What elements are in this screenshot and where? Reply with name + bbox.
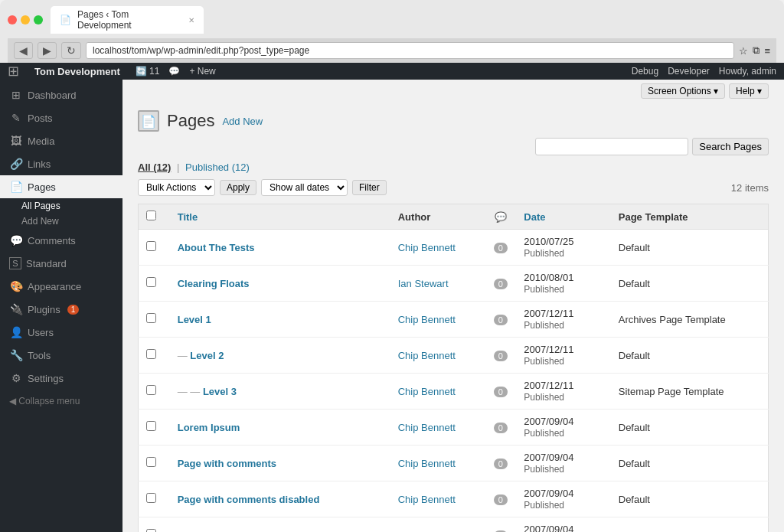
search-input[interactable] xyxy=(535,138,688,155)
sidebar-label-tools: Tools xyxy=(28,350,51,361)
address-bar[interactable] xyxy=(86,42,734,59)
sidebar-sub-add-new[interactable]: Add New xyxy=(0,214,122,229)
page-title-link[interactable]: Level 1 xyxy=(178,314,211,325)
help-button[interactable]: Help ▾ xyxy=(729,83,769,99)
comment-bubble[interactable]: 0 xyxy=(494,351,508,361)
adminbar-items: 🔄 11 💬 + New xyxy=(136,66,216,77)
row-template-cell: Archives Page Template xyxy=(611,302,769,338)
author-link[interactable]: Chip Bennett xyxy=(398,494,456,505)
adminbar-new[interactable]: + New xyxy=(189,66,215,77)
sidebar-item-tools[interactable]: 🔧 Tools xyxy=(0,344,122,367)
sidebar-sub-all-pages[interactable]: All Pages xyxy=(0,198,122,214)
col-header-date[interactable]: Date xyxy=(516,204,610,230)
comment-bubble[interactable]: 0 xyxy=(494,315,508,325)
date-value: 2007/09/04 xyxy=(524,524,573,532)
row-checkbox-cell xyxy=(139,302,170,338)
back-button[interactable]: ◀ xyxy=(14,42,33,59)
adminbar-debug[interactable]: Debug xyxy=(632,66,658,77)
sidebar-item-plugins[interactable]: 🔌 Plugins 1 xyxy=(0,298,122,321)
close-dot[interactable] xyxy=(8,15,17,24)
wp-logo[interactable]: ⊞ xyxy=(8,63,19,80)
sidebar-item-links[interactable]: 🔗 Links xyxy=(0,152,122,175)
filter-link-all[interactable]: All (12) xyxy=(138,162,171,173)
row-checkbox[interactable] xyxy=(146,493,156,503)
author-link[interactable]: Chip Bennett xyxy=(398,422,456,433)
author-link[interactable]: Chip Bennett xyxy=(398,350,456,361)
page-title-link[interactable]: Page with comments disabled xyxy=(178,494,320,505)
add-new-link[interactable]: Add New xyxy=(222,116,263,127)
search-pages-button[interactable]: Search Pages xyxy=(692,138,769,155)
comment-bubble[interactable]: 0 xyxy=(494,494,508,505)
sidebar-item-posts[interactable]: ✎ Posts xyxy=(0,106,122,129)
filter-button[interactable]: Filter xyxy=(352,180,387,195)
apply-button[interactable]: Apply xyxy=(220,180,256,195)
tab-title: Pages ‹ Tom Development xyxy=(77,9,182,31)
sidebar-item-dashboard[interactable]: ⊞ Dashboard xyxy=(0,83,122,106)
row-checkbox[interactable] xyxy=(146,277,156,287)
comment-bubble[interactable]: 0 xyxy=(494,243,508,253)
row-title-cell: Page with comments xyxy=(170,446,390,481)
sidebar-label-appearance: Appearance xyxy=(28,281,81,292)
page-title-link[interactable]: Clearing Floats xyxy=(178,278,250,289)
author-link[interactable]: Chip Bennett xyxy=(398,458,456,469)
sidebar-item-appearance[interactable]: 🎨 Appearance xyxy=(0,275,122,298)
row-comments-cell: 0 xyxy=(485,374,516,410)
row-template-cell: Default xyxy=(611,266,769,302)
bookmark-icon[interactable]: ☆ xyxy=(739,45,748,57)
adminbar-howdy[interactable]: Howdy, admin xyxy=(719,66,776,77)
sidebar-item-comments[interactable]: 💬 Comments xyxy=(0,229,122,252)
author-link[interactable]: Ian Stewart xyxy=(398,278,449,289)
row-checkbox[interactable] xyxy=(146,349,156,359)
refresh-button[interactable]: ↻ xyxy=(61,42,81,59)
sidebar-item-settings[interactable]: ⚙ Settings xyxy=(0,367,122,390)
adminbar-comments[interactable]: 💬 xyxy=(168,66,180,77)
date-status: Published xyxy=(524,428,564,439)
tab-close-icon[interactable]: ✕ xyxy=(188,16,194,24)
author-link[interactable]: Chip Bennett xyxy=(398,386,456,397)
minimize-dot[interactable] xyxy=(21,15,30,24)
comment-bubble[interactable]: 0 xyxy=(494,459,508,469)
forward-button[interactable]: ▶ xyxy=(38,42,57,59)
row-date-cell: 2007/12/11 Published xyxy=(516,302,610,338)
browser-tab[interactable]: 📄 Pages ‹ Tom Development ✕ xyxy=(51,6,204,34)
bulk-actions-select[interactable]: Bulk Actions xyxy=(138,179,215,196)
col-header-title[interactable]: Title xyxy=(170,204,390,230)
sidebar-label-media: Media xyxy=(28,135,54,147)
page-title-link[interactable]: Level 2 xyxy=(190,350,224,361)
adminbar-updates[interactable]: 🔄 11 xyxy=(136,66,160,77)
page-title-link[interactable]: Level 3 xyxy=(203,386,237,397)
page-title-link[interactable]: About The Tests xyxy=(178,242,255,253)
filter-link-published[interactable]: Published (12) xyxy=(185,162,250,173)
page-title-link[interactable]: Parent page xyxy=(178,530,234,533)
extensions-icon[interactable]: ⧉ xyxy=(753,44,760,57)
row-checkbox[interactable] xyxy=(146,421,156,431)
row-checkbox[interactable] xyxy=(146,529,156,532)
select-all-checkbox[interactable] xyxy=(146,211,156,220)
comment-bubble[interactable]: 0 xyxy=(494,423,508,433)
maximize-dot[interactable] xyxy=(34,15,43,24)
comment-bubble[interactable]: 0 xyxy=(494,279,508,289)
row-checkbox[interactable] xyxy=(146,385,156,395)
adminbar-developer[interactable]: Developer xyxy=(668,66,710,77)
author-link[interactable]: Chip Bennett xyxy=(398,242,456,253)
media-icon: 🖼 xyxy=(9,135,23,147)
comment-bubble[interactable]: 0 xyxy=(494,387,508,397)
row-checkbox[interactable] xyxy=(146,457,156,467)
sidebar-item-pages[interactable]: 📄 Pages xyxy=(0,175,122,198)
row-checkbox[interactable] xyxy=(146,313,156,323)
date-status: Published xyxy=(524,464,564,475)
screen-options-button[interactable]: Screen Options ▾ xyxy=(641,83,725,99)
page-title-link[interactable]: Page with comments xyxy=(178,458,276,469)
menu-icon[interactable]: ≡ xyxy=(764,45,770,57)
dates-select[interactable]: Show all dates xyxy=(261,179,348,196)
sidebar-item-standard[interactable]: S Standard xyxy=(0,252,122,275)
row-checkbox[interactable] xyxy=(146,241,156,251)
author-link[interactable]: Chip Bennett xyxy=(398,314,456,325)
author-link[interactable]: Chip Bennett xyxy=(398,530,456,533)
site-name[interactable]: Tom Development xyxy=(34,66,120,77)
sidebar-item-media[interactable]: 🖼 Media xyxy=(0,129,122,152)
sidebar-item-users[interactable]: 👤 Users xyxy=(0,321,122,344)
row-title-cell: Level 1 xyxy=(170,302,390,338)
page-title-link[interactable]: Lorem Ipsum xyxy=(178,422,240,433)
collapse-menu[interactable]: ◀ Collapse menu xyxy=(0,390,122,413)
